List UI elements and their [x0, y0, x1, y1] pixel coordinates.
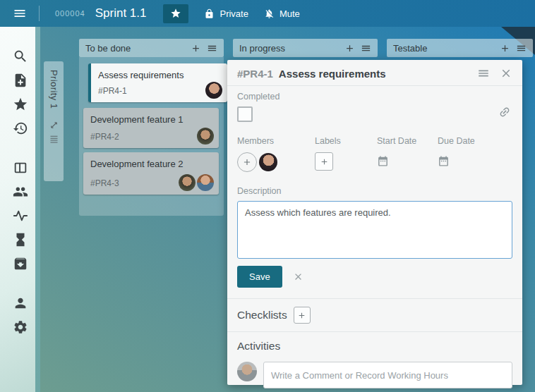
- modal-card-title: Assess requirements: [279, 68, 467, 80]
- add-board-icon[interactable]: [13, 73, 28, 88]
- column-title: In progress: [239, 43, 339, 54]
- lock-icon: [204, 8, 215, 19]
- checklists-heading: Checklists: [237, 309, 287, 321]
- fields-row: Members Labels: [227, 122, 522, 172]
- avatar: [197, 128, 214, 145]
- hourglass-icon[interactable]: [13, 232, 28, 247]
- avatar: [197, 174, 214, 191]
- board-title: Sprint 1.1: [95, 6, 147, 20]
- collapse-swimlane-icon[interactable]: [49, 120, 59, 130]
- drag-handle-icon[interactable]: [49, 134, 59, 145]
- avatar: [205, 82, 222, 99]
- completed-checkbox[interactable]: [237, 106, 253, 122]
- add-member-button[interactable]: [237, 152, 257, 172]
- calendar-icon[interactable]: [438, 155, 450, 167]
- completed-section: Completed: [227, 86, 522, 122]
- checklists-section: Checklists: [227, 299, 522, 331]
- card-title: Assess requirements: [98, 70, 220, 80]
- completed-label: Completed: [237, 92, 512, 102]
- column-menu-icon[interactable]: [516, 43, 527, 54]
- card-title: Development feature 1: [90, 114, 212, 125]
- add-checklist-button[interactable]: [294, 307, 311, 324]
- board-canvas: To be done In progress Testable Priority…: [0, 27, 535, 392]
- board-view-icon[interactable]: [13, 160, 28, 176]
- privacy-toggle[interactable]: Private: [204, 8, 248, 19]
- plus-icon: [242, 157, 252, 167]
- column-header-testable: Testable: [387, 39, 533, 57]
- save-row: Save: [227, 259, 522, 288]
- card-id: #PR4-3: [90, 178, 119, 188]
- app-window: 000004 Sprint 1.1 Private Mute To be don…: [0, 0, 535, 392]
- cancel-icon[interactable]: [293, 271, 303, 282]
- mute-toggle[interactable]: Mute: [264, 8, 300, 19]
- users-icon[interactable]: [13, 184, 28, 200]
- activities-section-header: Activities: [227, 332, 522, 360]
- column-menu-icon[interactable]: [361, 43, 371, 54]
- add-comment-row: Add: [227, 388, 522, 392]
- save-button[interactable]: Save: [237, 266, 282, 288]
- add-card-icon[interactable]: [191, 43, 201, 54]
- card-pr4-2[interactable]: Development feature 1 #PR4-2: [83, 108, 219, 148]
- settings-icon[interactable]: [13, 319, 28, 335]
- column-header-in-progress: In progress: [233, 39, 378, 57]
- column-title: Testable: [393, 43, 494, 54]
- calendar-icon[interactable]: [377, 155, 389, 167]
- current-user-avatar: [237, 362, 257, 381]
- comment-input[interactable]: [263, 362, 512, 388]
- plus-icon: [320, 157, 329, 166]
- activities-heading: Activities: [237, 340, 280, 353]
- card-pr4-3[interactable]: Development feature 2 #PR4-3: [83, 152, 219, 195]
- privacy-label: Private: [220, 8, 248, 19]
- close-icon[interactable]: [500, 67, 512, 80]
- member-avatar[interactable]: [259, 153, 277, 171]
- add-card-icon[interactable]: [344, 43, 355, 54]
- description-section: Description Assess which features are re…: [227, 172, 522, 259]
- topbar-divider: [39, 6, 40, 21]
- card-detail-modal: #PR4-1 Assess requirements Completed Mem…: [227, 60, 522, 385]
- comment-row: [227, 360, 522, 388]
- avatar: [179, 174, 196, 191]
- modal-card-id: #PR4-1: [237, 68, 273, 80]
- card-pr4-1[interactable]: Assess requirements #PR4-1: [88, 63, 227, 102]
- swimlane-priority-1: Priority 1: [44, 61, 64, 181]
- hamburger-menu-icon[interactable]: [13, 6, 27, 20]
- card-menu-icon[interactable]: [477, 67, 490, 80]
- column-title: To be done: [85, 43, 185, 54]
- card-id: #PR4-2: [90, 132, 119, 142]
- card-title: Development feature 2: [90, 159, 212, 169]
- history-icon[interactable]: [13, 121, 28, 136]
- board-number: 000004: [55, 9, 85, 18]
- mute-icon: [264, 8, 275, 19]
- star-board-button[interactable]: [163, 4, 188, 23]
- starred-boards-icon[interactable]: [13, 97, 28, 112]
- labels-label: Labels: [315, 136, 377, 146]
- left-sidebar: [0, 27, 40, 392]
- add-label-button[interactable]: [315, 152, 333, 171]
- profile-icon[interactable]: [13, 295, 28, 311]
- mute-label: Mute: [279, 8, 300, 19]
- members-label: Members: [237, 136, 315, 146]
- star-icon: [170, 8, 181, 19]
- permalink-icon[interactable]: [495, 103, 513, 121]
- search-icon[interactable]: [13, 49, 28, 64]
- column-menu-icon[interactable]: [207, 43, 217, 54]
- column-header-to-be-done: To be done: [79, 39, 224, 57]
- add-card-icon[interactable]: [500, 43, 510, 54]
- topbar: 000004 Sprint 1.1 Private Mute: [0, 0, 535, 27]
- description-label: Description: [237, 186, 282, 196]
- card-id: #PR4-1: [98, 86, 127, 96]
- plus-icon: [297, 311, 306, 320]
- swimlane-label: Priority 1: [49, 70, 59, 109]
- archive-icon[interactable]: [13, 256, 28, 271]
- start-date-label: Start Date: [377, 136, 438, 146]
- due-date-label: Due Date: [438, 136, 498, 146]
- description-textarea[interactable]: Assess which features are required.: [237, 201, 512, 259]
- activities-icon[interactable]: [13, 208, 28, 223]
- modal-header: #PR4-1 Assess requirements: [227, 60, 522, 85]
